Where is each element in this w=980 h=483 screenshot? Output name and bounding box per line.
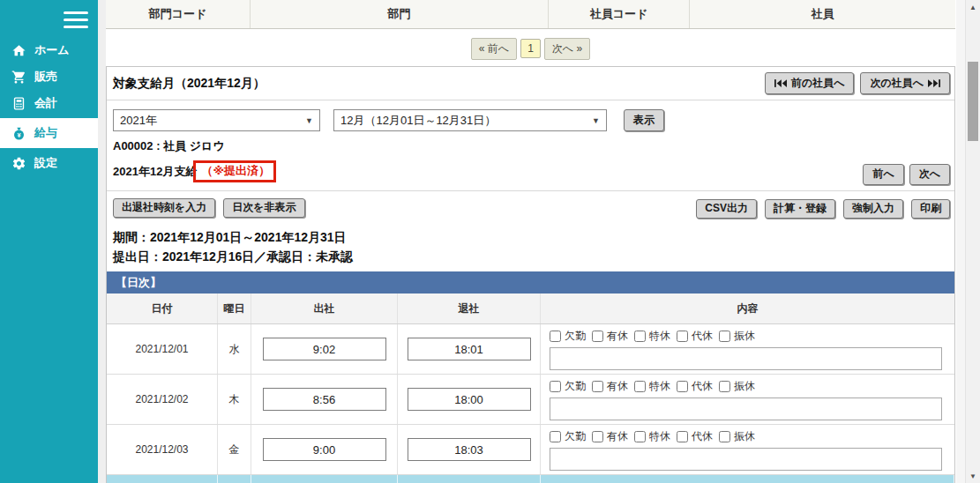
absence-checkbox[interactable] [550, 431, 561, 442]
page-title: 対象支給月（2021年12月） [113, 76, 266, 92]
substitute-leave-checkbox[interactable] [677, 331, 688, 342]
date-cell: 2021/12/03 [135, 443, 188, 456]
clock-out-input[interactable] [408, 338, 531, 360]
divider [107, 100, 954, 100]
transferred-leave-checkbox[interactable] [719, 331, 730, 342]
toolbar-left: 出退社時刻を入力 日次を非表示 [113, 198, 305, 218]
force-input-button[interactable]: 強制入力 [843, 199, 903, 219]
paid-leave-label: 有休 [607, 379, 628, 394]
gear-icon [11, 156, 26, 171]
print-button[interactable]: 印刷 [911, 199, 950, 219]
daily-section-header: 【日次】 [107, 271, 954, 294]
leave-checkbox-group: 欠勤 有休 特休 代休 振休 [550, 379, 947, 394]
date-cell: 2021/12/02 [135, 393, 188, 405]
absence-checkbox[interactable] [550, 331, 561, 342]
calc-register-button[interactable]: 計算・登録 [765, 199, 835, 219]
skip-forward-icon [928, 79, 940, 87]
special-leave-label: 特休 [649, 329, 670, 344]
prev-button[interactable]: 前へ [863, 164, 903, 185]
transferred-leave-checkbox[interactable] [719, 431, 730, 442]
next-employee-label: 次の社員へ [870, 77, 924, 91]
special-leave-checkbox[interactable] [634, 431, 646, 442]
scroll-up-arrow-icon[interactable]: ▲ [966, 1, 980, 13]
substitute-leave-checkbox[interactable] [677, 431, 688, 442]
substitute-leave-checkbox[interactable] [677, 381, 688, 392]
next-employee-button[interactable]: 次の社員へ [860, 72, 950, 94]
pagination-current-page[interactable]: 1 [520, 39, 541, 58]
clock-in-input[interactable] [263, 388, 386, 411]
skip-back-icon [774, 79, 787, 87]
absence-label: 欠勤 [565, 379, 586, 394]
prev-employee-button[interactable]: 前の社員へ [765, 72, 855, 94]
substitute-leave-label: 代休 [692, 329, 713, 344]
vertical-scrollbar: ▲ ▼ [965, 0, 980, 483]
clock-out-input[interactable] [408, 438, 531, 461]
sidebar-item-label: 会計 [34, 95, 57, 111]
sidebar: ホーム 販売 会計 [0, 0, 98, 483]
sidebar-item-payroll[interactable]: ¥ 給与 [0, 118, 98, 148]
scroll-down-arrow-icon[interactable]: ▼ [966, 470, 980, 482]
special-leave-checkbox[interactable] [634, 381, 646, 392]
sidebar-item-home[interactable]: ホーム [0, 37, 98, 63]
paid-leave-checkbox[interactable] [592, 331, 603, 342]
special-leave-checkbox[interactable] [634, 331, 646, 342]
sidebar-item-label: 給与 [34, 125, 57, 141]
employee-filter-header: 部門コード 部門 社員コード 社員 [106, 0, 955, 29]
note-input[interactable] [550, 448, 942, 471]
weekday-cell: 水 [229, 342, 240, 357]
leave-checkbox-group: 欠勤 有休 特休 代休 振休 [550, 329, 947, 344]
pagination: « 前へ 1 次へ » [106, 37, 955, 60]
chevron-down-icon: ▼ [592, 116, 600, 125]
transferred-leave-label: 振休 [734, 379, 755, 394]
toolbar-right: CSV出力 計算・登録 強制入力 印刷 [696, 199, 950, 219]
enter-times-button[interactable]: 出退社時刻を入力 [113, 198, 215, 218]
cart-icon [11, 70, 26, 85]
submission-line: 提出日：2021年12月16日／承認日：未承認 [113, 249, 353, 265]
paid-leave-checkbox[interactable] [592, 381, 603, 392]
absence-checkbox[interactable] [550, 381, 561, 392]
clock-in-input[interactable] [263, 438, 386, 461]
column-employee: 社員 [690, 0, 955, 28]
year-select[interactable]: 2021年 ▼ [113, 109, 320, 131]
daily-table-header: 日付 曜日 出社 退社 内容 [107, 294, 954, 324]
scrollbar-thumb[interactable] [968, 62, 978, 141]
note-input[interactable] [550, 347, 942, 370]
sidebar-item-settings[interactable]: 設定 [0, 150, 98, 176]
column-employee-code: 社員コード [549, 0, 690, 28]
next-button[interactable]: 次へ [909, 164, 950, 185]
column-content: 内容 [541, 294, 954, 323]
sidebar-item-label: ホーム [34, 42, 70, 58]
sidebar-item-label: 販売 [34, 69, 57, 85]
clock-out-input[interactable] [408, 388, 531, 411]
paid-leave-checkbox[interactable] [592, 431, 603, 442]
chevron-down-icon: ▼ [305, 116, 313, 125]
divider [107, 190, 954, 191]
pagination-next-button[interactable]: 次へ » [544, 38, 590, 60]
transferred-leave-label: 振休 [734, 429, 755, 444]
pagination-prev-button[interactable]: « 前へ [471, 38, 517, 60]
year-select-value: 2021年 [120, 113, 157, 129]
note-input[interactable] [550, 398, 942, 420]
column-weekday: 曜日 [218, 294, 251, 323]
period-filters: 2021年 ▼ 12月（12月01日～12月31日） ▼ 表示 [113, 109, 664, 131]
hamburger-menu-icon[interactable] [64, 11, 88, 28]
column-department: 部門 [251, 0, 549, 28]
month-select[interactable]: 12月（12月01日～12月31日） ▼ [333, 109, 607, 131]
transferred-leave-checkbox[interactable] [719, 381, 730, 392]
payment-month-line: 2021年12月支給 （※提出済） [113, 160, 276, 182]
date-cell: 2021/12/01 [135, 343, 188, 355]
table-row: 2021/12/03 金 欠勤 有休 特休 代休 振休 [107, 425, 954, 475]
sidebar-item-sales[interactable]: 販売 [0, 63, 98, 90]
calculator-icon [11, 96, 26, 111]
month-select-value: 12月（12月01日～12月31日） [340, 113, 496, 129]
column-clock-out: 退社 [398, 294, 541, 323]
show-button[interactable]: 表示 [624, 109, 664, 131]
csv-export-button[interactable]: CSV出力 [696, 199, 757, 219]
sidebar-item-accounting[interactable]: 会計 [0, 90, 98, 116]
employee-id-line: A00002 : 社員 ジロウ [113, 138, 225, 154]
payroll-panel: 対象支給月（2021年12月） 前の社員へ 次の社員へ [106, 66, 955, 483]
clock-in-input[interactable] [263, 338, 386, 360]
hide-daily-button[interactable]: 日次を非表示 [223, 198, 304, 218]
home-icon [11, 43, 26, 58]
money-bag-icon: ¥ [11, 126, 26, 141]
